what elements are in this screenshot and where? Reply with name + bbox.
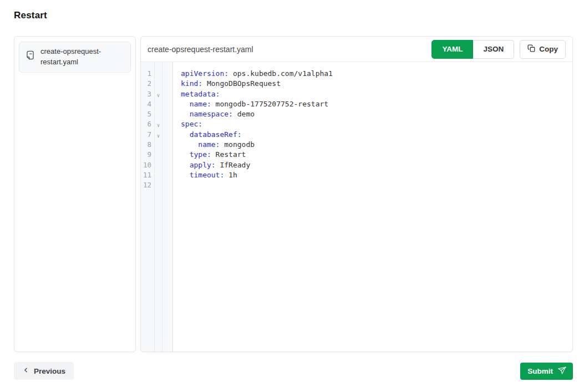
page-title: Restart [14,10,573,21]
page: Restart create-opsrequest-restart.yaml c… [0,0,584,380]
line-number: 4 [141,99,151,109]
editor-panel: create-opsrequest-restart.yaml YAML JSON… [140,36,573,352]
copy-icon [527,44,535,54]
file-icon [25,50,35,64]
line-number: 2 [141,79,151,89]
send-icon [557,366,566,376]
wizard-footer: Previous Submit [14,362,573,380]
line-numbers: 123456789101112 [141,62,155,352]
code-editor[interactable]: 123456789101112 ∨∨∨ apiVersion: ops.kube… [141,62,572,352]
code-content[interactable]: apiVersion: ops.kubedb.com/v1alpha1kind:… [173,62,572,352]
format-toggle: YAML JSON [431,40,514,59]
line-number: 1 [141,69,151,79]
code-line [181,180,572,190]
fold-chevron-icon[interactable]: ∨ [155,90,162,100]
tab-yaml[interactable]: YAML [431,40,473,59]
line-number: 5 [141,109,151,119]
line-number: 10 [141,160,151,170]
editor-filename: create-opsrequest-restart.yaml [148,45,431,54]
code-line: timeout: 1h [181,170,572,180]
copy-button[interactable]: Copy [520,40,566,59]
submit-button-label: Submit [527,367,553,375]
line-number: 6 [141,119,151,129]
line-number: 8 [141,140,151,150]
copy-button-label: Copy [539,45,558,53]
previous-button-label: Previous [34,367,65,375]
code-line: apply: IfReady [181,160,572,170]
editor-header: create-opsrequest-restart.yaml YAML JSON… [141,37,572,62]
marker-gutter [162,62,173,352]
line-number: 3 [141,89,151,99]
fold-chevron-icon[interactable]: ∨ [155,131,162,141]
previous-button[interactable]: Previous [14,362,74,380]
code-line: type: Restart [181,150,572,160]
fold-gutter: ∨∨∨ [155,62,162,352]
code-line: spec: [181,119,572,129]
line-number: 12 [141,180,151,190]
tab-json[interactable]: JSON [473,40,514,59]
code-line: kind: MongoDBOpsRequest [181,79,572,89]
line-number: 7 [141,130,151,140]
file-list-item[interactable]: create-opsrequest-restart.yaml [19,42,131,73]
code-line: name: mongodb-1775207752-restart [181,99,572,109]
code-line: apiVersion: ops.kubedb.com/v1alpha1 [181,69,572,79]
file-item-label: create-opsrequest-restart.yaml [40,47,125,68]
code-line: name: mongodb [181,140,572,150]
file-list-panel: create-opsrequest-restart.yaml [14,36,136,352]
code-line: databaseRef: [181,130,572,140]
line-number: 11 [141,170,151,180]
submit-button[interactable]: Submit [520,363,573,380]
fold-chevron-icon[interactable]: ∨ [155,120,162,130]
code-line: namespace: demo [181,109,572,119]
code-line: metadata: [181,89,572,99]
chevron-left-icon [22,366,29,375]
line-number: 9 [141,150,151,160]
